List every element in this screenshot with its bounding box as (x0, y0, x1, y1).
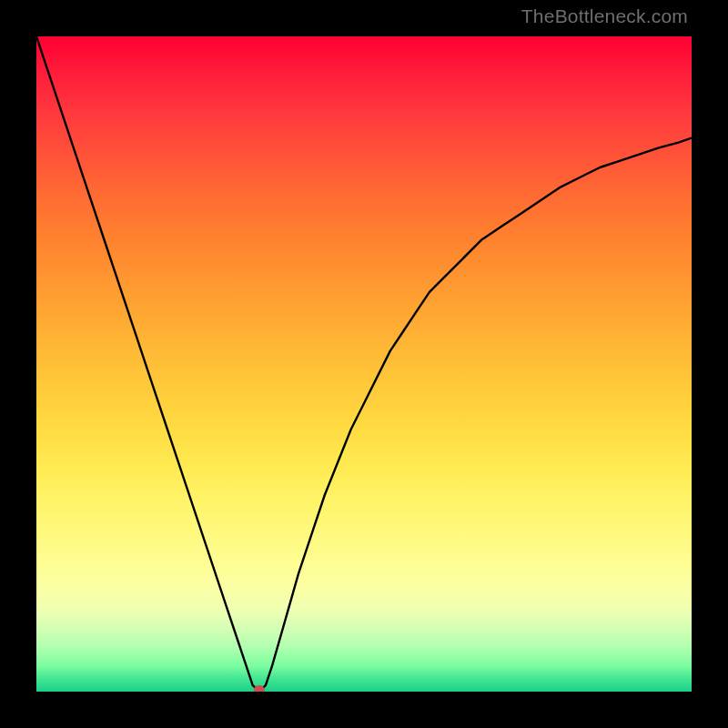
minimum-marker (254, 685, 265, 692)
chart-frame: TheBottleneck.com (0, 0, 728, 728)
curve-layer (36, 36, 692, 692)
plot-area (36, 36, 692, 692)
watermark-text: TheBottleneck.com (521, 5, 688, 27)
bottleneck-curve (36, 36, 692, 692)
